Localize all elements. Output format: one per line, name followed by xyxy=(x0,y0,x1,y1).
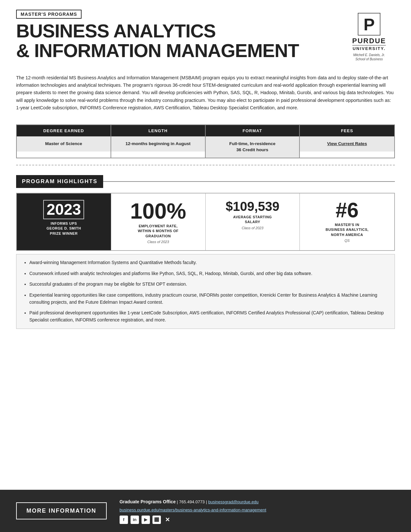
bullet-item: Coursework infused with analytic technol… xyxy=(29,270,387,277)
program-description: The 12-month residential MS Business Ana… xyxy=(0,64,411,118)
title-line1: BUSINESS ANALYTICS xyxy=(16,20,216,41)
facebook-icon[interactable]: f xyxy=(120,516,128,524)
section-line xyxy=(103,181,395,182)
info-col-value[interactable]: View Current Rates xyxy=(300,136,394,152)
info-col: LENGTH12-months beginning in August xyxy=(111,125,206,158)
page-header: MASTER'S PROGRAMS BUSINESS ANALYTICS & I… xyxy=(0,0,411,64)
fees-link[interactable]: View Current Rates xyxy=(327,141,367,146)
bullet-item: Award-winning Management Information Sys… xyxy=(29,259,387,266)
stat-label: MASTER'S IN BUSINESS ANALYTICS, NORTH AM… xyxy=(305,222,389,237)
footer: MORE INFORMATION Graduate Programs Offic… xyxy=(0,490,411,532)
info-table: DEGREE EARNEDMaster of ScienceLENGTH12-m… xyxy=(16,124,395,158)
section-divider xyxy=(16,165,395,165)
header-left: MASTER'S PROGRAMS BUSINESS ANALYTICS & I… xyxy=(16,10,299,61)
info-col: FORMATFull-time, In-residence 36 Credit … xyxy=(206,125,300,158)
description-text: The 12-month residential MS Business Ana… xyxy=(16,74,395,112)
bullet-item: Successful graduates of the program may … xyxy=(29,281,387,288)
school-name: Mitchell E. Daniels, Jr. School of Busin… xyxy=(353,53,385,61)
highlights-list: Award-winning Management Information Sys… xyxy=(16,254,395,329)
stats-box: 2023INFORMS UPS GEORGE D. SMITH PRIZE WI… xyxy=(16,193,395,251)
stat-item: $109,539AVERAGE STARTING SALARYClass of … xyxy=(206,193,300,250)
footer-org: Graduate Programs Office xyxy=(120,499,176,504)
stat-label: EMPLOYMENT RATE, WITHIN 6 MONTHS OF GRAD… xyxy=(116,224,201,239)
info-col: DEGREE EARNEDMaster of Science xyxy=(17,125,111,158)
purdue-name: PURDUE xyxy=(352,37,386,45)
footer-email[interactable]: businessgrad@purdue.edu xyxy=(208,499,259,504)
info-col-header: FORMAT xyxy=(206,125,299,136)
stat-label: AVERAGE STARTING SALARY xyxy=(210,215,295,225)
title-line2: & INFORMATION MANAGEMENT xyxy=(16,40,299,61)
program-tag: MASTER'S PROGRAMS xyxy=(16,10,82,19)
stat-sublabel: Class of 2023 xyxy=(210,226,295,230)
info-col: FEESView Current Rates xyxy=(300,125,394,158)
footer-phone: 765.494.0773 xyxy=(179,499,205,504)
stat-number: 2023 xyxy=(43,200,84,219)
main-title: BUSINESS ANALYTICS & INFORMATION MANAGEM… xyxy=(16,21,299,61)
header-right: P PURDUE UNIVERSITY. Mitchell E. Daniels… xyxy=(343,10,395,61)
info-col-value: 12-months beginning in August xyxy=(111,136,205,152)
info-col-value: Master of Science xyxy=(17,136,111,152)
footer-contact: Graduate Programs Office | 765.494.0773 … xyxy=(120,498,266,524)
youtube-icon[interactable]: ▶ xyxy=(142,516,150,524)
x-twitter-icon[interactable]: ✕ xyxy=(163,516,172,524)
purdue-logo: P PURDUE UNIVERSITY. Mitchell E. Daniels… xyxy=(352,13,386,61)
stat-sublabel: QS xyxy=(305,239,389,242)
footer-social: fin▶⬛✕ xyxy=(120,516,266,524)
linkedin-icon[interactable]: in xyxy=(131,516,139,524)
stat-item: #6MASTER'S IN BUSINESS ANALYTICS, NORTH … xyxy=(300,193,394,250)
purdue-p-icon: P xyxy=(358,13,380,35)
stat-label: INFORMS UPS GEORGE D. SMITH PRIZE WINNER xyxy=(22,221,106,236)
footer-org-line: Graduate Programs Office | 765.494.0773 … xyxy=(120,498,266,506)
bullet-list: Award-winning Management Information Sys… xyxy=(29,259,387,324)
purdue-university: UNIVERSITY. xyxy=(352,45,386,51)
bullet-item: Experiential learning opportunities like… xyxy=(29,292,387,306)
info-col-header: FEES xyxy=(300,125,394,136)
footer-website-line: business.purdue.edu/masters/business-ana… xyxy=(120,506,266,514)
more-info-box: MORE INFORMATION xyxy=(16,502,107,519)
stat-sublabel: Class of 2023 xyxy=(116,240,201,244)
info-col-value: Full-time, In-residence 36 Credit hours xyxy=(206,136,299,158)
stat-item: 100%EMPLOYMENT RATE, WITHIN 6 MONTHS OF … xyxy=(111,193,206,250)
section-header: PROGRAM HIGHLIGHTS xyxy=(16,175,395,188)
stat-item: 2023INFORMS UPS GEORGE D. SMITH PRIZE WI… xyxy=(17,193,111,250)
other-icon[interactable]: ⬛ xyxy=(152,516,161,524)
stat-number: #6 xyxy=(305,200,389,221)
info-col-header: LENGTH xyxy=(111,125,205,136)
footer-website[interactable]: business.purdue.edu/masters/business-ana… xyxy=(120,507,266,512)
stat-number: 100% xyxy=(116,200,201,222)
section-title: PROGRAM HIGHLIGHTS xyxy=(16,175,103,188)
bullet-item: Paid professional development opportunit… xyxy=(29,310,387,323)
svg-text:P: P xyxy=(364,15,375,34)
stat-number: $109,539 xyxy=(210,200,295,213)
info-col-header: DEGREE EARNED xyxy=(17,125,111,136)
